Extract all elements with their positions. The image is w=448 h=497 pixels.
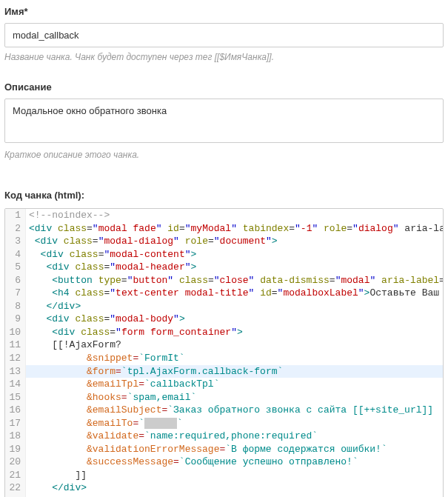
line-number: 22 — [5, 481, 26, 495]
code-line[interactable]: 9 <div class="modal-body"> — [5, 313, 443, 326]
code-content: &validationErrorMessage=`В форме содержа… — [26, 443, 387, 456]
code-content: &snippet=`FormIt` — [26, 352, 185, 365]
line-number: 3 — [5, 235, 26, 248]
line-number: 6 — [5, 274, 26, 287]
code-content: &emailTo=` ` — [26, 417, 183, 430]
code-content: </div> — [26, 481, 87, 495]
code-content: </div> — [26, 300, 81, 313]
code-content: &hooks=`spam,email` — [26, 391, 196, 404]
code-line[interactable]: 17 &emailTo=` ` — [5, 417, 443, 430]
code-content: <div class="modal-dialog" role="document… — [26, 235, 278, 248]
name-label: Имя* — [4, 6, 444, 17]
name-input[interactable] — [4, 23, 444, 47]
line-number: 11 — [5, 338, 26, 352]
code-line[interactable]: 10 <div class="form form_container"> — [5, 326, 443, 339]
code-content: <!--noindex--> — [26, 209, 110, 222]
code-content: &validate=`name:required,phone:required` — [26, 430, 318, 443]
code-line[interactable]: 14 &emailTpl=`callbackTpl` — [5, 378, 443, 391]
line-number: 14 — [5, 378, 26, 391]
description-input[interactable] — [4, 99, 444, 143]
code-content: <div class="form form_container"> — [26, 326, 243, 339]
code-line[interactable]: 2<div class="modal fade" id="myModal" ta… — [5, 222, 443, 236]
description-label: Описание — [4, 81, 444, 93]
code-line[interactable]: 19 &validationErrorMessage=`В форме соде… — [5, 443, 443, 456]
line-number: 18 — [5, 430, 26, 443]
code-line[interactable]: 8 </div> — [5, 300, 443, 313]
code-content: &emailSubject=`Заказ обратного звонка с … — [26, 404, 433, 417]
code-content: <div class="modal-body"> — [26, 313, 185, 326]
line-number: 21 — [5, 469, 26, 482]
code-line[interactable]: 1<!--noindex--> — [5, 209, 443, 222]
code-line[interactable]: 3 <div class="modal-dialog" role="docume… — [5, 235, 443, 248]
code-line[interactable]: 12 &snippet=`FormIt` — [5, 352, 443, 365]
line-number: 2 — [5, 222, 26, 236]
line-number: 19 — [5, 443, 26, 456]
code-editor[interactable]: 1<!--noindex-->2<div class="modal fade" … — [4, 208, 444, 497]
code-content: ]] — [26, 469, 87, 482]
code-content: <div class="modal fade" id="myModal" tab… — [26, 222, 443, 236]
code-line[interactable]: 18 &validate=`name:required,phone:requir… — [5, 430, 443, 443]
code-content: <button type="button" class="close" data… — [26, 274, 443, 287]
code-line[interactable]: 21 ]] — [5, 469, 443, 482]
line-number: 4 — [5, 248, 26, 261]
code-content: <div class="modal-content"> — [26, 248, 196, 261]
code-label: Код чанка (html): — [4, 190, 444, 201]
code-line[interactable]: 22 </div> — [5, 481, 443, 495]
code-line[interactable]: 15 &hooks=`spam,email` — [5, 391, 443, 404]
line-number: 17 — [5, 417, 26, 430]
line-number: 9 — [5, 313, 26, 326]
line-number: 16 — [5, 404, 26, 417]
line-number: 7 — [5, 287, 26, 300]
line-number: 10 — [5, 326, 26, 339]
code-line[interactable]: 7 <h4 class="text-center modal-title" id… — [5, 287, 443, 300]
code-line[interactable]: 16 &emailSubject=`Заказ обратного звонка… — [5, 404, 443, 417]
code-content: <h4 class="text-center modal-title" id="… — [26, 287, 439, 300]
line-number: 12 — [5, 352, 26, 365]
code-line[interactable]: 13 &form=`tpl.AjaxForm.callback-form` — [5, 365, 443, 378]
code-content: &form=`tpl.AjaxForm.callback-form` — [26, 365, 283, 378]
code-line[interactable]: 5 <div class="modal-header"> — [5, 261, 443, 274]
code-line[interactable]: 6 <button type="button" class="close" da… — [5, 274, 443, 287]
code-content: &emailTpl=`callbackTpl` — [26, 378, 219, 391]
line-number: 8 — [5, 300, 26, 313]
description-help: Краткое описание этого чанка. — [4, 150, 444, 160]
line-number: 20 — [5, 456, 26, 469]
code-content: <div class="modal-header"> — [26, 261, 196, 274]
line-number: 13 — [5, 365, 26, 378]
code-line[interactable]: 4 <div class="modal-content"> — [5, 248, 443, 261]
code-line[interactable]: 20 &successMessage=`Сообщение успешно от… — [5, 456, 443, 469]
line-number: 15 — [5, 391, 26, 404]
name-help: Название чанка. Чанк будет доступен чере… — [4, 52, 444, 62]
code-line[interactable]: 11 [[!AjaxForm? — [5, 338, 443, 352]
line-number: 1 — [5, 209, 26, 222]
code-content: &successMessage=`Сообщение успешно отпра… — [26, 456, 358, 469]
line-number: 5 — [5, 261, 26, 274]
code-content: [[!AjaxForm? — [26, 338, 121, 352]
